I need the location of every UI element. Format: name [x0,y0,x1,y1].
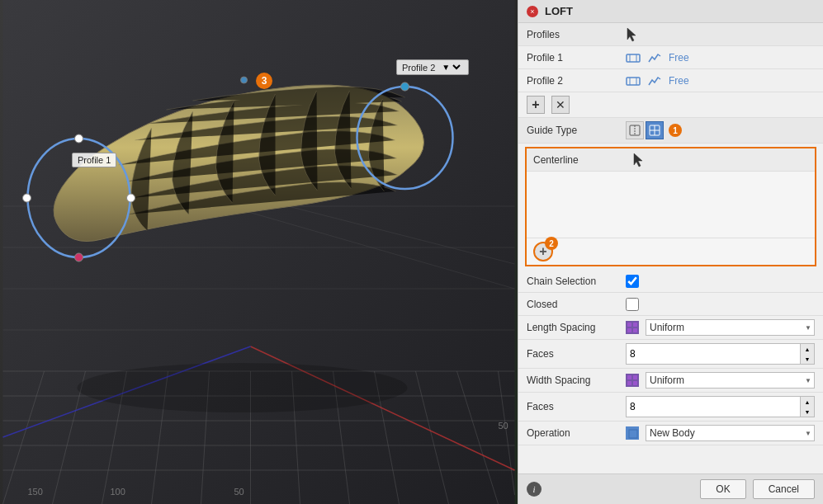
cursor-icon [626,27,637,42]
svg-rect-58 [633,375,637,379]
svg-rect-60 [633,381,637,385]
svg-rect-44 [627,78,640,85]
panel-footer: i OK Cancel [518,473,823,504]
delete-profile-button[interactable]: ✕ [551,96,570,114]
chain-selection-label: Chain Selection [527,276,626,287]
profile2-content: Free [626,73,815,88]
svg-text:100: 100 [111,487,125,497]
faces2-label: Faces [527,401,626,412]
length-spacing-wrapper: Uniform [646,319,815,336]
faces1-spinner: ▲ ▼ [800,344,814,364]
faces1-decrement[interactable]: ▼ [801,354,814,364]
faces2-input[interactable]: 8 [627,399,800,414]
panel-title: LOFT [545,5,573,17]
length-spacing-select[interactable]: Uniform [646,319,815,336]
3d-viewport[interactable]: 150 100 50 50 Profile 1 Profile 2 ▼ 3 [0,0,518,504]
guide-type-centerline-btn[interactable] [626,121,644,139]
chain-selection-checkbox[interactable] [626,275,639,288]
close-panel-button[interactable]: × [527,6,538,17]
guide-type-label: Guide Type [527,125,626,136]
faces1-input-wrapper: 8 ▲ ▼ [626,343,815,365]
closed-checkbox[interactable] [626,298,639,311]
profile1-label: Profile 1 [527,52,626,64]
centerline-cursor-icon [632,153,644,167]
svg-rect-57 [627,375,631,379]
faces1-input[interactable]: 8 [627,346,800,361]
panel-content: Profiles Profile 1 [518,23,823,473]
operation-label: Operation [527,427,626,439]
length-spacing-label: Length Spacing [527,322,626,333]
centerline-label: Centerline [533,154,632,166]
svg-rect-53 [627,323,631,327]
profile1-tag: Free [669,52,689,64]
operation-select[interactable]: New Body [646,425,815,441]
faces1-label: Faces [527,348,626,360]
profile2-row: Profile 2 Free [518,69,823,92]
length-spacing-content: Uniform [626,319,815,336]
uniform-icon-2 [626,374,639,387]
profiles-label: Profiles [527,29,626,40]
svg-rect-59 [627,381,631,385]
centerline-body [527,172,815,238]
footer-buttons: OK Cancel [700,479,815,499]
faces1-row: Faces 8 ▲ ▼ [518,340,823,369]
add-centerline-button[interactable]: + 2 [533,242,553,261]
info-icon[interactable]: i [527,482,542,497]
operation-content: New Body [626,425,815,441]
faces1-content: 8 ▲ ▼ [626,343,815,365]
guide-type-badge: 1 [669,124,682,137]
svg-text:50: 50 [499,421,508,431]
closed-content [626,298,815,311]
panel-header: × LOFT [518,0,823,23]
svg-marker-52 [634,153,642,167]
operation-wrapper: New Body [646,425,815,441]
guide-type-icons [626,121,664,139]
profile1-content: Free [626,50,815,65]
profile1-free-icon [647,50,662,65]
chain-selection-row: Chain Selection [518,270,823,293]
faces2-decrement[interactable]: ▼ [801,407,814,417]
svg-rect-62 [629,430,637,438]
guide-type-content: 1 [626,121,815,139]
uniform-icon-1 [626,321,639,334]
ok-button[interactable]: OK [700,479,745,499]
svg-point-32 [127,194,135,202]
width-spacing-select[interactable]: Uniform [646,372,815,389]
faces2-row: Faces 8 ▲ ▼ [518,393,823,422]
width-spacing-content: Uniform [626,372,815,389]
add-profile-button[interactable]: + [527,96,545,114]
faces2-spinner: ▲ ▼ [800,397,814,417]
centerline-section: Centerline + 2 [525,147,816,266]
guide-type-rails-btn[interactable] [646,121,664,139]
width-spacing-label: Width Spacing [527,374,626,386]
centerline-badge: 2 [545,237,558,250]
profile1-icon [626,50,641,65]
chain-selection-content [626,275,815,288]
svg-rect-41 [627,54,640,62]
svg-point-35 [241,77,248,83]
profile2-viewport-label: Profile 2 ▼ [396,59,469,75]
new-body-icon [626,426,639,440]
closed-label: Closed [527,299,626,310]
loft-panel: × LOFT Profiles Profile 1 [518,0,823,504]
length-spacing-row: Length Spacing Uniform [518,316,823,340]
profile2-dropdown[interactable]: ▼ [438,62,463,73]
svg-point-26 [78,363,408,412]
width-spacing-row: Width Spacing Uniform [518,369,823,393]
svg-point-33 [75,253,83,261]
svg-text:50: 50 [234,487,244,497]
profiles-cursor [626,27,815,42]
faces1-increment[interactable]: ▲ [801,344,814,354]
faces2-content: 8 ▲ ▼ [626,396,815,417]
cancel-button[interactable]: Cancel [753,479,815,499]
profile1-row: Profile 1 Free [518,46,823,69]
profile1-viewport-label: Profile 1 [72,153,116,167]
faces2-increment[interactable]: ▲ [801,397,814,407]
operation-row: Operation New Body [518,422,823,445]
profile2-tag: Free [669,75,689,87]
svg-text:150: 150 [28,487,43,497]
svg-marker-40 [627,28,636,41]
svg-point-30 [75,134,83,143]
centerline-add-row: + 2 [527,238,815,265]
svg-rect-55 [627,328,631,332]
